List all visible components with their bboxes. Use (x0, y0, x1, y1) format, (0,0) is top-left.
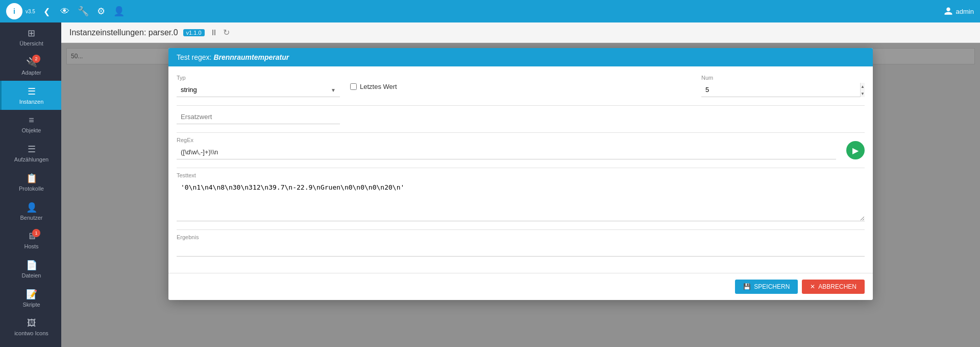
dateien-icon: 📄 (26, 260, 37, 271)
play-button[interactable]: ▶ (846, 141, 865, 159)
testtext-textarea[interactable]: '0\n1\n4\n8\n30\n312\n39.7\n-22.9\nGruen… (177, 180, 865, 221)
sidebar-item-inventwo[interactable]: 🖼 inventwo VIS (0, 341, 61, 347)
sidebar-item-label: Protokolle (19, 186, 44, 192)
num-input-wrapper: ▲ ▼ (701, 83, 865, 97)
testtext-label: Testtext (177, 172, 865, 178)
num-up-button[interactable]: ▲ (861, 83, 865, 90)
sidebar-item-hosts[interactable]: 🖥 Hosts 1 (0, 226, 61, 255)
sidebar-item-label: Instanzen (19, 99, 44, 105)
ergebnis-input (177, 242, 865, 257)
sidebar-item-label: Adapter (21, 70, 41, 76)
typ-label: Typ (177, 75, 340, 81)
test-regex-modal: Test regex: Brennraumtemperatur Typ stri… (168, 48, 873, 300)
modal-header-prefix: Test regex: (177, 53, 211, 61)
app-logo: i (6, 3, 22, 19)
regex-group: RegEx (177, 137, 836, 159)
modal-header-regex-name: Brennraumtemperatur (213, 53, 289, 61)
sidebar-item-label: Aufzählungen (14, 156, 48, 163)
sidebar-item-benutzer[interactable]: 👤 Benutzer (0, 197, 61, 226)
form-row-4: Testtext '0\n1\n4\n8\n30\n312\n39.7\n-22… (177, 172, 865, 221)
modal-overlay: Test regex: Brennraumtemperatur Typ stri… (61, 43, 980, 347)
sidebar-item-label: Hosts (24, 243, 38, 249)
divider-4 (177, 229, 865, 230)
ersatzwert-group (177, 110, 340, 124)
sidebar-item-instanzen[interactable]: ☰ Instanzen (0, 81, 61, 110)
typ-select[interactable]: string number boolean (177, 83, 340, 97)
form-row-2 (177, 110, 865, 124)
form-row-5: Ergebnis (177, 234, 865, 257)
save-icon: 💾 (743, 283, 751, 290)
visibility-icon[interactable]: 👁 (60, 6, 69, 17)
sidebar-item-label: icontwo Icons (14, 330, 48, 336)
sidebar-item-aufzahlungen[interactable]: ☰ Aufzählungen (0, 138, 61, 168)
save-button[interactable]: 💾 SPEICHERN (735, 280, 798, 294)
regex-input[interactable] (177, 145, 836, 159)
user-icon (944, 7, 953, 16)
protokolle-icon: 📋 (26, 173, 37, 184)
form-row-3: RegEx ▶ (177, 137, 865, 159)
divider-2 (177, 132, 865, 133)
topbar-nav-icons: 👁 🔧 ⚙ 👤 (60, 6, 125, 17)
sidebar-item-label: Dateien (22, 272, 41, 279)
grid-icon: ⊞ (28, 28, 35, 39)
modal-header: Test regex: Brennraumtemperatur (168, 48, 873, 66)
skripte-icon: 📝 (26, 289, 37, 300)
hosts-badge: 1 (32, 229, 40, 237)
regex-label: RegEx (177, 137, 836, 143)
num-down-button[interactable]: ▼ (861, 90, 865, 97)
form-row-1: Typ string number boolean (177, 75, 865, 97)
num-group: Num ▲ ▼ (701, 75, 865, 97)
sidebar-item-label: Übersicht (19, 40, 43, 47)
typ-group: Typ string number boolean (177, 75, 340, 97)
sidebar-item-adapter[interactable]: 🔌 Adapter 2 (0, 52, 61, 81)
background-content: 50... Test regex: Brennraumtemperatur (61, 43, 980, 347)
letztes-wert-group: Letztes Wert (350, 83, 397, 90)
cancel-icon: ✕ (810, 283, 815, 290)
divider-1 (177, 105, 865, 106)
ergebnis-label: Ergebnis (177, 234, 865, 240)
instanzen-icon: ☰ (28, 86, 36, 97)
modal-body: Typ string number boolean (168, 66, 873, 273)
num-label: Num (701, 75, 865, 81)
ersatzwert-input[interactable] (177, 110, 340, 124)
divider-3 (177, 168, 865, 168)
sidebar-collapse-button[interactable]: ❮ (43, 7, 50, 16)
help-icon[interactable]: 👤 (113, 6, 125, 17)
sidebar-item-protokolle[interactable]: 📋 Protokolle (0, 168, 61, 197)
save-label: SPEICHERN (754, 283, 790, 290)
sidebar-item-icontwo[interactable]: 🖼 icontwo Icons (0, 313, 61, 341)
topbar: i v3.5 ❮ 👁 🔧 ⚙ 👤 admin (0, 0, 980, 22)
letztes-wert-checkbox[interactable] (350, 83, 357, 90)
sidebar-item-label: Benutzer (20, 215, 42, 221)
aufzahlungen-icon: ☰ (28, 144, 36, 155)
refresh-button[interactable]: ↻ (223, 28, 230, 37)
icontwo-icon: 🖼 (27, 318, 36, 329)
modal-footer: 💾 SPEICHERN ✕ ABBRECHEN (168, 273, 873, 300)
adapter-badge: 2 (32, 55, 40, 63)
pause-button[interactable]: ⏸ (210, 28, 218, 37)
user-label: admin (956, 8, 974, 15)
sidebar-item-skripte[interactable]: 📝 Skripte (0, 284, 61, 313)
sidebar: ⊞ Übersicht 🔌 Adapter 2 ☰ Instanzen ≡ Ob… (0, 22, 61, 347)
sidebar-item-ubersicht[interactable]: ⊞ Übersicht (0, 22, 61, 52)
testtext-group: Testtext '0\n1\n4\n8\n30\n312\n39.7\n-22… (177, 172, 865, 221)
letztes-wert-label[interactable]: Letztes Wert (360, 83, 397, 90)
sidebar-item-label: Skripte (22, 302, 40, 308)
cancel-label: ABBRECHEN (818, 283, 856, 290)
num-spinners: ▲ ▼ (860, 83, 865, 97)
sidebar-item-dateien[interactable]: 📄 Dateien (0, 255, 61, 284)
ergebnis-group: Ergebnis (177, 234, 865, 257)
num-input[interactable] (701, 83, 865, 97)
objekte-icon: ≡ (29, 115, 34, 126)
page-header: Instanzeinstellungen: parser.0 v1.1.0 ⏸ … (61, 22, 980, 43)
cancel-button[interactable]: ✕ ABBRECHEN (802, 280, 865, 294)
benutzer-icon: 👤 (26, 202, 37, 213)
typ-select-wrapper: string number boolean (177, 83, 340, 97)
sidebar-item-objekte[interactable]: ≡ Objekte (0, 110, 61, 138)
page-title: Instanzeinstellungen: parser.0 (69, 28, 178, 37)
sidebar-item-label: Objekte (22, 127, 41, 133)
settings-icon[interactable]: ⚙ (97, 6, 105, 17)
tools-icon[interactable]: 🔧 (78, 6, 89, 17)
user-menu[interactable]: admin (944, 7, 974, 16)
version-badge: v1.1.0 (183, 29, 205, 36)
